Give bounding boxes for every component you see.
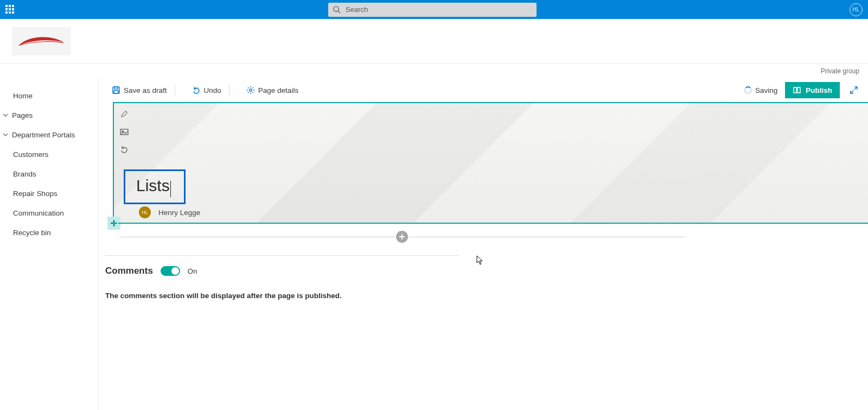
group-privacy-strip: Private group — [0, 64, 868, 78]
svg-rect-7 — [797, 87, 800, 93]
svg-point-0 — [334, 6, 339, 11]
svg-rect-4 — [114, 91, 118, 93]
title-area[interactable]: Lists HL Henry Legge — [113, 102, 868, 224]
saving-label: Saving — [755, 86, 777, 94]
nav-communication[interactable]: Communication — [0, 203, 98, 223]
svg-rect-6 — [794, 87, 796, 93]
author-name: Henry Legge — [158, 209, 200, 217]
command-bar: Save as draft Undo Page details Saving — [99, 78, 868, 102]
svg-rect-3 — [114, 87, 118, 89]
separator — [175, 84, 175, 96]
page-title-input[interactable]: Lists — [124, 169, 186, 204]
divider-line — [119, 237, 395, 237]
mouse-cursor — [476, 255, 484, 265]
separator — [229, 84, 229, 96]
comments-toggle[interactable] — [161, 266, 180, 276]
user-avatar[interactable]: HL — [850, 3, 863, 16]
reset-button[interactable] — [118, 143, 130, 155]
undo-button[interactable]: Undo — [189, 78, 225, 102]
chevron-down-icon — [2, 112, 9, 118]
site-logo[interactable] — [12, 27, 71, 55]
svg-point-11 — [122, 131, 124, 133]
section-divider — [113, 223, 868, 224]
nav-repair-shops[interactable]: Repair Shops — [0, 184, 98, 203]
comments-heading: Comments — [105, 266, 153, 276]
saving-status: Saving — [744, 86, 777, 94]
nav-pages-label: Pages — [12, 111, 33, 119]
nav-pages[interactable]: Pages — [0, 105, 98, 125]
comments-section: Comments On The comments section will be… — [101, 255, 459, 300]
page-title-text: Lists — [136, 176, 170, 194]
undo-icon — [192, 86, 201, 94]
add-webpart-button[interactable] — [396, 231, 408, 243]
search-icon — [333, 5, 341, 14]
add-webpart-line — [119, 234, 685, 240]
undo-label: Undo — [204, 86, 221, 94]
comments-message: The comments section will be displayed a… — [105, 292, 459, 300]
spinner-icon — [744, 86, 752, 94]
nav-brands[interactable]: Brands — [0, 164, 98, 184]
page-details-label: Page details — [258, 86, 298, 94]
publish-button[interactable]: Publish — [785, 82, 840, 98]
site-header — [0, 19, 868, 64]
author-avatar: HL — [139, 206, 151, 218]
svg-point-5 — [250, 89, 252, 91]
page-author[interactable]: HL Henry Legge — [139, 206, 200, 218]
content-area: Save as draft Undo Page details Saving — [99, 78, 868, 410]
comments-toggle-state: On — [188, 267, 197, 275]
text-caret — [170, 181, 171, 197]
nav-home[interactable]: Home — [0, 86, 98, 105]
save-draft-button[interactable]: Save as draft — [108, 78, 170, 102]
app-launcher-icon[interactable] — [5, 5, 15, 15]
pencil-icon — [120, 110, 129, 119]
gear-icon — [246, 86, 255, 94]
left-nav: Home Pages Department Portals Customers … — [0, 78, 99, 410]
app-bar: HL — [0, 0, 868, 19]
divider-line — [409, 237, 685, 237]
undo-chevron[interactable] — [234, 87, 240, 93]
nav-recycle-bin[interactable]: Recycle bin — [0, 223, 98, 242]
group-privacy-label: Private group — [821, 67, 859, 75]
save-draft-chevron[interactable] — [180, 87, 186, 93]
publish-icon — [793, 86, 801, 94]
search-wrapper — [328, 3, 537, 17]
image-layout-button[interactable] — [118, 126, 130, 138]
save-draft-label: Save as draft — [124, 86, 167, 94]
undo-icon — [120, 145, 129, 154]
image-icon — [120, 128, 129, 136]
chevron-down-icon — [2, 131, 9, 138]
nav-dept-label: Department Portals — [12, 131, 75, 139]
plus-icon — [399, 234, 405, 240]
divider — [105, 255, 459, 256]
svg-line-1 — [338, 11, 340, 13]
publish-label: Publish — [806, 86, 832, 94]
title-toolbox — [118, 109, 131, 155]
nav-dept-portals[interactable]: Department Portals — [0, 125, 98, 144]
save-icon — [112, 86, 120, 94]
expand-icon[interactable] — [850, 86, 858, 94]
edit-pencil-button[interactable] — [118, 109, 130, 121]
nav-customers[interactable]: Customers — [0, 144, 98, 164]
search-input[interactable] — [328, 3, 537, 17]
page-details-button[interactable]: Page details — [243, 78, 302, 102]
